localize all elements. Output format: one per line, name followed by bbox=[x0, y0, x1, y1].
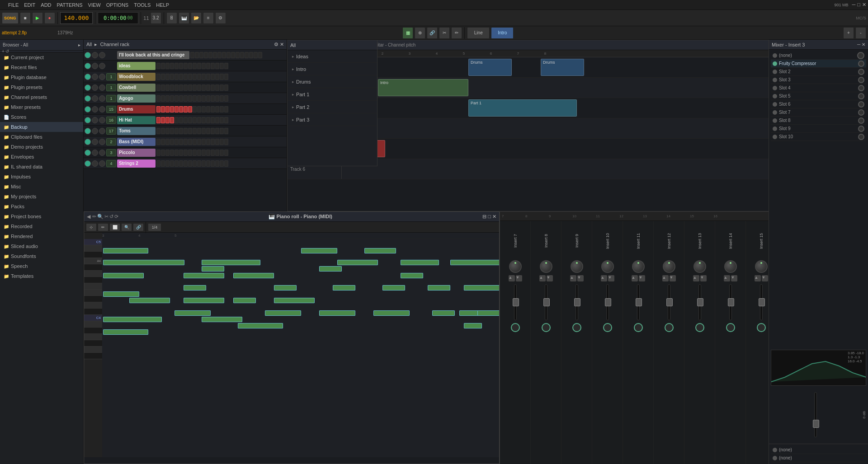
pad-2-1[interactable] bbox=[161, 74, 165, 80]
pad-7-6[interactable] bbox=[184, 128, 188, 134]
pad-2-15[interactable] bbox=[224, 74, 228, 80]
pad-5-13[interactable] bbox=[215, 106, 219, 112]
play-btn[interactable]: ▶ bbox=[32, 12, 43, 24]
track-content-4[interactable]: Br_ume bbox=[342, 139, 769, 159]
pattern-btn[interactable]: ▦ bbox=[402, 27, 413, 39]
ch-mute-8[interactable] bbox=[92, 139, 98, 145]
window-controls[interactable]: ─ □ ✕ bbox=[852, 2, 866, 8]
clip-1-0[interactable]: Intro bbox=[378, 79, 468, 96]
piano-key-G#4[interactable] bbox=[84, 264, 102, 271]
piano-note-C5-1[interactable] bbox=[301, 248, 337, 253]
ch-name-5[interactable]: Drums bbox=[117, 105, 156, 113]
piano-note-A#4-1[interactable] bbox=[202, 260, 260, 265]
pad-0-5[interactable] bbox=[213, 52, 217, 58]
stop-btn[interactable]: ■ bbox=[20, 12, 31, 24]
pad-8-13[interactable] bbox=[215, 139, 219, 145]
scissors-btn[interactable]: ✂ bbox=[439, 27, 450, 39]
pad-8-10[interactable] bbox=[202, 139, 206, 145]
mix-knob-0[interactable] bbox=[509, 260, 522, 273]
pad-9-12[interactable] bbox=[211, 150, 215, 156]
pad-4-6[interactable] bbox=[184, 95, 188, 102]
pad-4-9[interactable] bbox=[197, 95, 201, 102]
pad-0-14[interactable] bbox=[254, 52, 258, 58]
pad-6-9[interactable] bbox=[197, 117, 201, 123]
channel-rack-btn[interactable]: ⚙ bbox=[215, 12, 226, 24]
pad-10-11[interactable] bbox=[206, 160, 210, 167]
sidebar-item-backup[interactable]: 📁Backup bbox=[0, 122, 83, 132]
pad-6-1[interactable] bbox=[161, 117, 165, 123]
insert-slot-7[interactable]: Slot 7 bbox=[771, 108, 866, 117]
insert-knob-7[interactable] bbox=[858, 109, 864, 116]
pad-8-5[interactable] bbox=[179, 139, 183, 145]
piano-note-C4-6[interactable] bbox=[477, 310, 499, 316]
mix-ch-arrow-up-3[interactable]: ▲ bbox=[601, 275, 607, 281]
sidebar-item-recorded[interactable]: 📁Recorded bbox=[0, 221, 83, 231]
mx-close[interactable]: ✕ bbox=[862, 42, 865, 47]
mix-ch-arrow-dn-3[interactable]: ▼ bbox=[608, 275, 614, 281]
mix-knob-2[interactable] bbox=[571, 260, 583, 273]
pad-10-12[interactable] bbox=[211, 160, 215, 167]
pad-6-8[interactable] bbox=[193, 117, 197, 123]
ch-solo-4[interactable] bbox=[99, 95, 105, 102]
ch-name-8[interactable]: Bass (MIDI) bbox=[117, 138, 156, 146]
mix-fader-thumb-3[interactable] bbox=[605, 298, 611, 306]
ch-green-2[interactable] bbox=[85, 74, 91, 80]
pad-0-7[interactable] bbox=[222, 52, 226, 58]
piano-key-F4[interactable] bbox=[84, 283, 102, 290]
piano-key-E4[interactable] bbox=[84, 290, 102, 296]
pad-1-5[interactable] bbox=[179, 63, 183, 69]
pr-tb-erase[interactable]: ⬜ bbox=[109, 223, 120, 231]
ch-solo-3[interactable] bbox=[99, 84, 105, 91]
pad-7-8[interactable] bbox=[193, 128, 197, 134]
pad-9-10[interactable] bbox=[202, 150, 206, 156]
pad-6-7[interactable] bbox=[188, 117, 192, 123]
pad-5-10[interactable] bbox=[202, 106, 206, 112]
sidebar-item-impulses[interactable]: 📁Impulses bbox=[0, 172, 83, 182]
piano-note-C4-4[interactable] bbox=[432, 310, 455, 316]
magnet-btn[interactable]: 🔗 bbox=[427, 27, 438, 39]
insert-knob-10[interactable] bbox=[858, 134, 864, 140]
pad-7-2[interactable] bbox=[165, 128, 170, 134]
pr-tb-zoom[interactable]: 🔍 bbox=[121, 223, 132, 231]
ch-solo-5[interactable] bbox=[99, 106, 105, 112]
pad-0-3[interactable] bbox=[204, 52, 208, 58]
piano-note-D4-0[interactable] bbox=[129, 298, 170, 303]
piano-note-C4-0[interactable] bbox=[175, 310, 211, 316]
pr-tb-draw[interactable]: ✏ bbox=[98, 223, 108, 231]
pad-1-4[interactable] bbox=[175, 63, 179, 69]
pad-3-9[interactable] bbox=[197, 84, 201, 91]
pad-9-4[interactable] bbox=[175, 150, 179, 156]
pad-10-7[interactable] bbox=[188, 160, 192, 167]
insert-slot-8[interactable]: Slot 8 bbox=[771, 117, 866, 125]
pad-9-13[interactable] bbox=[215, 150, 219, 156]
pad-4-13[interactable] bbox=[215, 95, 219, 102]
piano-key-A3[interactable] bbox=[84, 334, 102, 340]
pad-6-13[interactable] bbox=[215, 117, 219, 123]
pad-7-4[interactable] bbox=[175, 128, 179, 134]
ch-mute-5[interactable] bbox=[92, 106, 98, 112]
song-item-1[interactable]: ▸Intro bbox=[288, 63, 377, 75]
piano-key-F#3[interactable] bbox=[84, 353, 102, 359]
pad-8-0[interactable] bbox=[156, 139, 160, 145]
piano-key-A#3[interactable] bbox=[84, 328, 102, 334]
pad-3-15[interactable] bbox=[224, 84, 228, 91]
insert-knob-9[interactable] bbox=[858, 126, 864, 132]
sidebar-item-clipboard-files[interactable]: 📁Clipboard files bbox=[0, 132, 83, 142]
piano-note-A#4-2[interactable] bbox=[337, 260, 378, 265]
pad-4-5[interactable] bbox=[179, 95, 183, 102]
ch-mute-1[interactable] bbox=[92, 63, 98, 69]
piano-key-B3[interactable] bbox=[84, 321, 102, 328]
pad-0-11[interactable] bbox=[240, 52, 244, 58]
mix-knob-3[interactable] bbox=[601, 260, 614, 273]
pad-8-2[interactable] bbox=[165, 139, 170, 145]
sidebar-item-packs[interactable]: 📁Packs bbox=[0, 202, 83, 211]
piano-note-A3-0[interactable] bbox=[238, 323, 283, 328]
pad-1-9[interactable] bbox=[197, 63, 201, 69]
pad-7-5[interactable] bbox=[179, 128, 183, 134]
pad-2-6[interactable] bbox=[184, 74, 188, 80]
pad-5-5[interactable] bbox=[179, 106, 183, 112]
pad-6-11[interactable] bbox=[206, 117, 210, 123]
pad-5-4[interactable] bbox=[175, 106, 179, 112]
sidebar-item-channel-presets[interactable]: 📁Channel presets bbox=[0, 92, 83, 102]
mx-minimize[interactable]: ─ bbox=[857, 42, 860, 47]
